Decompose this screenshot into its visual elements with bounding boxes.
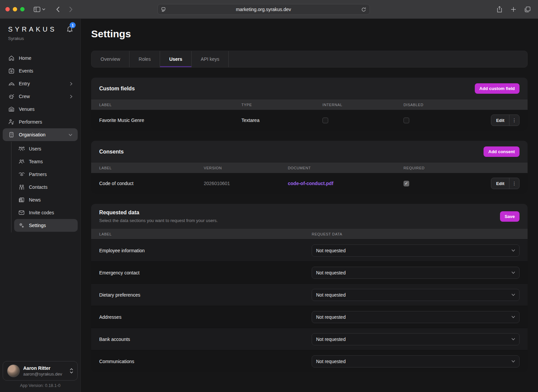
organisation-icon	[8, 132, 15, 138]
add-consent-button[interactable]: Add consent	[484, 146, 520, 157]
sidebar-item-users[interactable]: Users	[14, 142, 78, 155]
chevron-down-icon	[511, 316, 515, 318]
edit-button[interactable]: Edit	[491, 178, 509, 189]
back-button[interactable]	[53, 4, 63, 14]
sidebar-item-entry[interactable]: Entry	[3, 77, 78, 90]
column-header-disabled: DISABLED	[404, 103, 487, 107]
sidebar-item-performers[interactable]: Performers	[3, 116, 78, 128]
users-icon	[18, 146, 25, 151]
entry-gate-icon	[8, 81, 15, 87]
sidebar: SYRAKUS 1 Syrakus Home Events	[0, 19, 81, 392]
user-menu[interactable]: Aaron Ritter aaron@syrakus.dev	[3, 361, 78, 381]
sidebar-item-contacts[interactable]: Contacts	[14, 181, 78, 193]
newspaper-icon	[18, 197, 25, 203]
organisation-sub-menu: Users Teams Partners	[11, 142, 78, 232]
table-row: Dietary preferences Not requested	[91, 284, 528, 306]
requested-data-label: Communications	[99, 359, 312, 364]
sidebar-item-partners[interactable]: Partners	[14, 168, 78, 181]
column-header-label: LABEL	[99, 232, 312, 236]
performer-icon	[8, 119, 15, 125]
request-data-select[interactable]: Not requested	[312, 245, 520, 257]
chevron-down-icon	[511, 338, 515, 340]
requested-data-section: Requested data Select the data sections …	[91, 204, 528, 372]
save-button[interactable]: Save	[500, 211, 520, 222]
sidebar-item-home[interactable]: Home	[3, 52, 78, 64]
requested-data-label: Addresses	[99, 314, 312, 320]
internal-checkbox[interactable]	[322, 118, 328, 123]
required-checkbox[interactable]: ✓	[404, 181, 409, 186]
contacts-icon	[18, 184, 25, 190]
sidebar-item-teams[interactable]: Teams	[14, 155, 78, 168]
user-name: Aaron Ritter	[23, 365, 66, 371]
sidebar-nav: Home Events Entry	[0, 52, 80, 233]
requested-data-label: Emergency contact	[99, 270, 312, 275]
share-icon[interactable]	[494, 4, 504, 14]
tab-overview-icon[interactable]	[523, 4, 533, 14]
section-title: Requested data	[99, 210, 218, 216]
tab-overview[interactable]: Overview	[91, 51, 129, 67]
request-data-select[interactable]: Not requested	[312, 333, 520, 345]
teams-icon	[18, 159, 25, 164]
column-header-label: LABEL	[99, 166, 204, 170]
request-data-select[interactable]: Not requested	[312, 289, 520, 301]
sidebar-item-organisation[interactable]: Organisation	[3, 128, 78, 141]
tab-api-keys[interactable]: API keys	[192, 51, 229, 67]
notifications-button[interactable]: 1	[67, 26, 73, 32]
requested-data-label: Dietary preferences	[99, 292, 312, 298]
chevron-down-icon	[511, 271, 515, 274]
home-icon	[8, 55, 15, 61]
sidebar-item-news[interactable]: News	[14, 193, 78, 206]
venue-icon	[8, 106, 15, 112]
disabled-checkbox[interactable]	[404, 118, 409, 123]
kebab-menu-icon[interactable]: ⋮	[509, 178, 519, 189]
requested-data-label: Bank accounts	[99, 337, 312, 342]
chevrons-up-down-icon	[70, 368, 73, 374]
tab-roles[interactable]: Roles	[129, 51, 160, 67]
consents-section: Consents Add consent LABEL VERSION DOCUM…	[91, 141, 528, 194]
chevron-down-icon	[511, 294, 515, 296]
url-text: marketing.org.syrakus.dev	[166, 7, 361, 12]
requested-data-label: Employee information	[99, 248, 312, 253]
settings-tabs: Overview Roles Users API keys	[91, 51, 528, 68]
chevron-right-icon	[70, 95, 72, 98]
minimize-window-button[interactable]	[13, 7, 17, 11]
column-header-type: TYPE	[241, 103, 322, 107]
section-title: Custom fields	[99, 86, 135, 92]
chevron-right-icon	[70, 82, 72, 86]
table-row: Communications Not requested	[91, 350, 528, 372]
table-row: Favorite Music Genre Textarea Edit ⋮	[91, 110, 528, 131]
gears-icon	[18, 222, 25, 228]
sidebar-item-crew[interactable]: Crew	[3, 90, 78, 103]
zoom-window-button[interactable]	[20, 7, 25, 11]
consent-label: Code of conduct	[99, 181, 204, 186]
sidebar-item-events[interactable]: Events	[3, 64, 78, 77]
custom-fields-section: Custom fields Add custom field LABEL TYP…	[91, 78, 528, 131]
request-data-select[interactable]: Not requested	[312, 355, 520, 367]
reload-icon[interactable]	[361, 7, 366, 12]
new-tab-icon[interactable]	[508, 4, 518, 14]
consent-document-link[interactable]: code-of-conduct.pdf	[288, 181, 404, 186]
sidebar-dropdown-chevron-icon[interactable]	[41, 4, 47, 14]
address-bar[interactable]: marketing.org.syrakus.dev	[157, 4, 370, 15]
browser-chrome: marketing.org.syrakus.dev	[0, 0, 538, 19]
close-window-button[interactable]	[5, 7, 10, 11]
sidebar-item-venues[interactable]: Venues	[3, 103, 78, 116]
tab-users[interactable]: Users	[160, 51, 192, 67]
request-data-select[interactable]: Not requested	[312, 267, 520, 279]
add-custom-field-button[interactable]: Add custom field	[475, 83, 520, 94]
notification-badge: 1	[70, 22, 76, 28]
user-email: aaron@syrakus.dev	[23, 372, 66, 377]
sidebar-item-settings[interactable]: Settings	[14, 219, 78, 232]
avatar	[7, 364, 20, 377]
organisation-name: Syrakus	[8, 36, 74, 41]
section-subtitle: Select the data sections you want to req…	[99, 218, 218, 223]
page-title: Settings	[91, 28, 528, 40]
chevron-down-icon	[511, 360, 515, 362]
kebab-menu-icon[interactable]: ⋮	[509, 115, 519, 126]
sidebar-item-invite-codes[interactable]: Invite codes	[14, 206, 78, 219]
app-version: App Version: 0.18.1-0	[3, 381, 78, 389]
request-data-select[interactable]: Not requested	[312, 311, 520, 323]
edit-button[interactable]: Edit	[491, 115, 509, 126]
forward-button[interactable]	[66, 4, 76, 14]
table-row: Code of conduct 2026010601 code-of-condu…	[91, 173, 528, 194]
